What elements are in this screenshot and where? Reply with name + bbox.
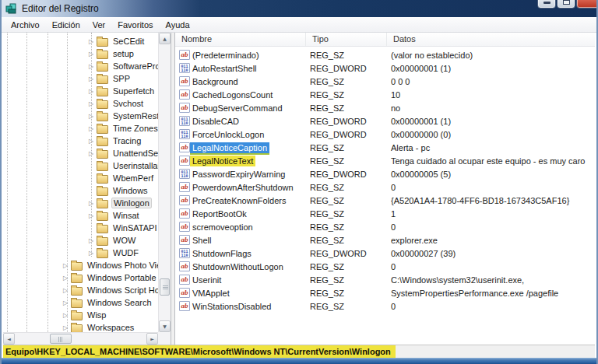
- horizontal-scroll-thumb[interactable]: [50, 334, 72, 344]
- expand-collapse-icon[interactable]: ▷: [60, 299, 71, 306]
- expand-collapse-icon[interactable]: ▷: [86, 125, 97, 132]
- tree-item-setup[interactable]: ▷ setup: [3, 47, 158, 60]
- registry-value-cachedlogonscount[interactable]: ab CachedLogonsCount REG_SZ 10: [175, 88, 595, 101]
- tree-item-windows-portable-d[interactable]: ▷ Windows Portable D: [3, 271, 158, 284]
- expand-collapse-icon[interactable]: ▷: [86, 138, 97, 145]
- registry-value-passwordexpirywarning[interactable]: 011 110 PasswordExpiryWarning REG_DWORD …: [175, 167, 595, 180]
- registry-value-scremoveoption[interactable]: ab scremoveoption REG_SZ 0: [175, 220, 595, 233]
- maximize-button[interactable]: [557, 0, 575, 9]
- expand-collapse-icon[interactable]: ▷: [86, 150, 97, 157]
- expand-collapse-icon[interactable]: ▷: [60, 312, 71, 319]
- scroll-down-button[interactable]: ▼: [159, 320, 171, 332]
- tree-item-superfetch[interactable]: ▷ Superfetch: [3, 85, 158, 97]
- menu-item-archivo[interactable]: Archivo: [5, 19, 46, 31]
- registry-value-shell[interactable]: ab Shell REG_SZ explorer.exe: [175, 233, 595, 247]
- expand-collapse-icon[interactable]: ▷: [86, 100, 97, 107]
- registry-value-forceunlocklogon[interactable]: 011 110 ForceUnlockLogon REG_DWORD 0x000…: [175, 128, 595, 141]
- menu-item-ver[interactable]: Ver: [86, 19, 112, 31]
- folder-icon: [97, 200, 108, 208]
- scroll-up-button[interactable]: ▲: [159, 33, 171, 44]
- value-type: REG_DWORD: [304, 130, 385, 139]
- expand-collapse-icon[interactable]: ▷: [60, 275, 71, 282]
- tree-item-windows-photo-vie[interactable]: ▷ Windows Photo Vie: [3, 259, 158, 271]
- registry-value-reportbootok[interactable]: ab ReportBootOk REG_SZ 1: [175, 207, 595, 220]
- tree-item-userinstallab[interactable]: Userinstallab: [3, 159, 158, 172]
- tree-item-softwareprot[interactable]: ▷ SoftwareProt: [3, 60, 158, 72]
- tree-item-winlogon[interactable]: ▷ Winlogon: [3, 197, 158, 209]
- registry-value-shutdownwithoutlogon[interactable]: ab ShutdownWithoutLogon REG_SZ 0: [175, 260, 595, 273]
- registry-value-shutdownflags[interactable]: 011 110 ShutdownFlags REG_DWORD 0x000000…: [175, 247, 595, 260]
- expand-collapse-icon[interactable]: ▷: [86, 113, 97, 120]
- folder-icon: [97, 250, 108, 258]
- vertical-scroll-thumb[interactable]: [160, 278, 170, 296]
- registry-value-autorestartshell[interactable]: 011 110 AutoRestartShell REG_DWORD 0x000…: [175, 61, 595, 75]
- tree-item-winsatapi[interactable]: WinSATAPI: [3, 222, 158, 234]
- registry-value-legalnoticecaption[interactable]: ab LegalNoticeCaption REG_SZ Alerta - pc: [175, 141, 595, 154]
- registry-value-precreateknownfolders[interactable]: ab PreCreateKnownFolders REG_SZ {A520A1A…: [175, 194, 595, 207]
- expand-collapse-icon[interactable]: ▷: [86, 237, 97, 244]
- main-area: ▷ SeCEdit ▷ setup ▷ SoftwareProt ▷ SPP ▷…: [3, 33, 595, 345]
- tree-item-systemresto[interactable]: ▷ SystemResto: [3, 110, 158, 122]
- registry-value-legalnoticetext[interactable]: ab LegalNoticeText REG_SZ Tenga cuidado …: [175, 154, 595, 167]
- tree-item-svchost[interactable]: ▷ Svchost: [3, 97, 158, 110]
- expand-collapse-icon[interactable]: ▷: [60, 262, 71, 269]
- folder-icon: [97, 163, 108, 171]
- tree-item-wow[interactable]: ▷ WOW: [3, 234, 158, 247]
- tree-item-wudf[interactable]: ▷ WUDF: [3, 247, 158, 259]
- folder-icon: [97, 138, 108, 146]
- expand-collapse-icon[interactable]: ▷: [60, 324, 71, 331]
- scroll-right-button[interactable]: ►: [146, 333, 158, 345]
- string-value-icon: ab: [179, 156, 190, 166]
- tree-item-secedit[interactable]: ▷ SeCEdit: [3, 35, 158, 47]
- tree-item-workspaces[interactable]: ▷ Workspaces: [3, 321, 158, 332]
- expand-collapse-icon[interactable]: ▷: [86, 200, 97, 207]
- registry-value-powerdownaftershutdown[interactable]: ab PowerdownAfterShutdown REG_SZ 0: [175, 180, 595, 194]
- registry-value-background[interactable]: ab Background REG_SZ 0 0 0: [175, 75, 595, 88]
- expand-collapse-icon[interactable]: ▷: [86, 63, 97, 70]
- registry-value-vmapplet[interactable]: ab VMApplet REG_SZ SystemPropertiesPerfo…: [175, 286, 595, 299]
- expand-collapse-icon[interactable]: ▷: [86, 212, 97, 219]
- expand-collapse-icon[interactable]: ▷: [86, 51, 97, 58]
- scroll-left-button[interactable]: ◄: [3, 333, 15, 345]
- expand-collapse-icon[interactable]: ▷: [86, 38, 97, 45]
- expand-collapse-icon[interactable]: ▷: [86, 250, 97, 257]
- menu-item-favoritos[interactable]: Favoritos: [111, 19, 159, 31]
- tree-item-winsat[interactable]: ▷ Winsat: [3, 209, 158, 222]
- expand-collapse-icon[interactable]: ▷: [86, 75, 97, 82]
- tree-item-windows[interactable]: Windows: [3, 184, 158, 197]
- menu-item-edici-n[interactable]: Edición: [46, 19, 86, 31]
- value-type: REG_SZ: [304, 143, 385, 152]
- minimize-button[interactable]: [537, 0, 556, 9]
- value-type: REG_SZ: [304, 302, 385, 311]
- tree-item-tracing[interactable]: ▷ Tracing: [3, 135, 158, 147]
- tree-item-spp[interactable]: ▷ SPP: [3, 72, 158, 85]
- tree-vertical-scrollbar[interactable]: ▲ ▼: [158, 33, 171, 332]
- window-bottom-frame: [2, 358, 596, 364]
- title-bar[interactable]: Editor del Registro: [2, 0, 596, 17]
- registry-value-winstationsdisabled[interactable]: ab WinStationsDisabled REG_SZ 0: [175, 299, 595, 313]
- string-value-icon: ab: [179, 288, 190, 298]
- column-header-nombre[interactable]: Nombre: [175, 33, 306, 46]
- column-header-tipo[interactable]: Tipo: [306, 33, 387, 46]
- tree-item-time-zones[interactable]: ▷ Time Zones: [3, 122, 158, 135]
- folder-icon: [97, 100, 108, 109]
- tree-item-unattendsett[interactable]: ▷ UnattendSett: [3, 147, 158, 159]
- expand-collapse-icon[interactable]: ▷: [60, 287, 71, 294]
- tree-item-wbemperf[interactable]: WbemPerf: [3, 172, 158, 184]
- scrollbar-corner: [158, 332, 171, 345]
- tree-item-wisp[interactable]: ▷ Wisp: [3, 309, 158, 321]
- expand-collapse-icon[interactable]: ▷: [86, 88, 97, 95]
- registry-value-debugservercommand[interactable]: ab DebugServerCommand REG_SZ no: [175, 101, 595, 114]
- value-name: ForceUnlockLogon: [190, 129, 266, 140]
- close-button[interactable]: [576, 0, 598, 9]
- registry-value-disablecad[interactable]: 011 110 DisableCAD REG_DWORD 0x00000001 …: [175, 114, 595, 128]
- tree-item-windows-script-hos[interactable]: ▷ Windows Script Hos: [3, 284, 158, 296]
- registry-value-predeterminado[interactable]: ab (Predeterminado) REG_SZ (valor no est…: [175, 48, 595, 61]
- registry-value-userinit[interactable]: ab Userinit REG_SZ C:\Windows\system32\u…: [175, 273, 595, 286]
- tree-item-windows-search[interactable]: ▷ Windows Search: [3, 296, 158, 309]
- menu-item-ayuda[interactable]: Ayuda: [160, 19, 196, 31]
- tree-horizontal-scrollbar[interactable]: ◄ ►: [3, 332, 158, 345]
- column-header-datos[interactable]: Datos: [387, 33, 595, 46]
- string-value-icon: ab: [179, 301, 190, 311]
- value-data: 0x00000000 (0): [385, 130, 595, 139]
